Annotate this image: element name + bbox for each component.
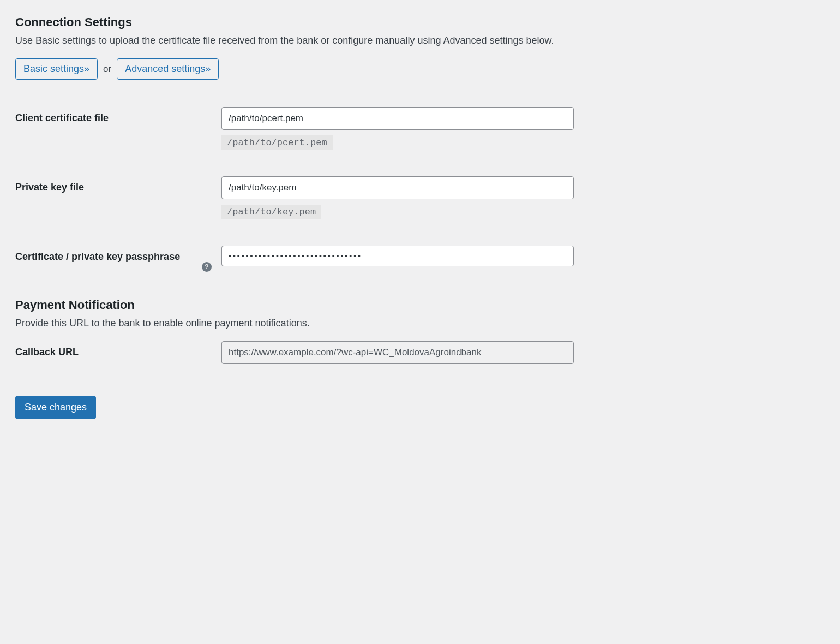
connection-settings-heading: Connection Settings bbox=[15, 15, 825, 29]
passphrase-input[interactable] bbox=[221, 246, 574, 266]
help-icon[interactable]: ? bbox=[202, 262, 212, 272]
settings-mode-buttons: Basic settings» or Advanced settings» bbox=[15, 58, 825, 80]
advanced-settings-button[interactable]: Advanced settings» bbox=[117, 58, 219, 80]
client-cert-input[interactable] bbox=[221, 107, 574, 130]
callback-url-label: Callback URL bbox=[15, 347, 212, 358]
passphrase-row: Certificate / private key passphrase ? bbox=[15, 246, 825, 272]
private-key-input[interactable] bbox=[221, 176, 574, 199]
callback-url-row: Callback URL bbox=[15, 341, 825, 364]
passphrase-label: Certificate / private key passphrase bbox=[15, 251, 202, 263]
client-cert-row: Client certificate file /path/to/pcert.p… bbox=[15, 107, 825, 150]
client-cert-label: Client certificate file bbox=[15, 112, 212, 124]
payment-notification-description: Provide this URL to the bank to enable o… bbox=[15, 318, 825, 329]
save-changes-button[interactable]: Save changes bbox=[15, 396, 96, 419]
connection-settings-description: Use Basic settings to upload the certifi… bbox=[15, 35, 825, 46]
payment-notification-heading: Payment Notification bbox=[15, 298, 825, 312]
or-text: or bbox=[103, 64, 111, 75]
callback-url-input[interactable] bbox=[221, 341, 574, 364]
basic-settings-button[interactable]: Basic settings» bbox=[15, 58, 98, 80]
private-key-hint: /path/to/key.pem bbox=[221, 205, 321, 219]
private-key-label: Private key file bbox=[15, 182, 212, 193]
private-key-row: Private key file /path/to/key.pem bbox=[15, 176, 825, 219]
client-cert-hint: /path/to/pcert.pem bbox=[221, 135, 333, 150]
